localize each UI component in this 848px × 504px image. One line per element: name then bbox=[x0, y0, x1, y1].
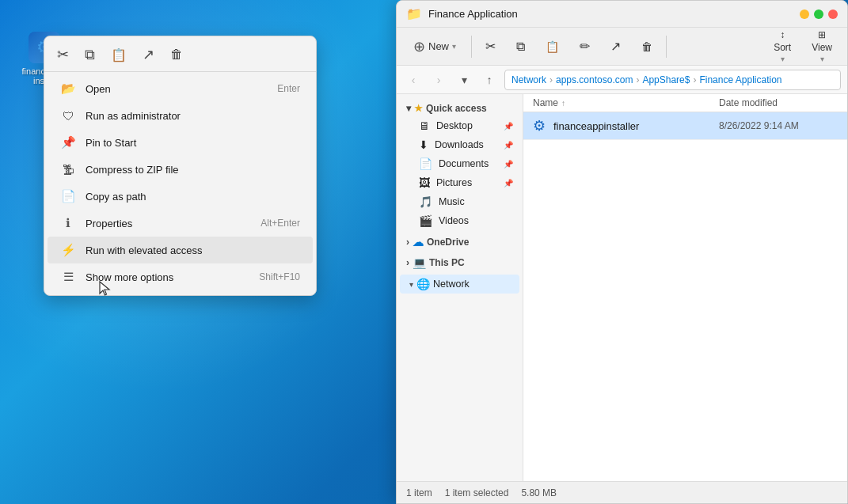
sort-chevron-icon: ▾ bbox=[781, 55, 785, 63]
close-button[interactable] bbox=[828, 9, 838, 19]
context-cut-icon[interactable]: ✂ bbox=[57, 46, 69, 63]
pictures-sidebar-icon: 🖼 bbox=[419, 176, 430, 189]
up-button[interactable]: ↑ bbox=[479, 70, 500, 90]
table-row[interactable]: ⚙ financeappinstaller 8/26/2022 9:14 AM bbox=[523, 112, 847, 140]
new-icon: ⊕ bbox=[413, 38, 425, 55]
breadcrumb-network[interactable]: Network bbox=[511, 74, 546, 85]
music-sidebar-icon: 🎵 bbox=[419, 195, 432, 208]
context-share-icon[interactable]: ↗ bbox=[143, 46, 154, 63]
videos-sidebar-icon: 🎬 bbox=[419, 214, 432, 227]
sidebar-videos-label: Videos bbox=[439, 215, 469, 226]
pin-start-icon: 📌 bbox=[60, 135, 76, 150]
paste-button[interactable]: 📋 bbox=[537, 36, 568, 57]
run-admin-icon: 🛡 bbox=[60, 108, 76, 123]
context-show-more-shortcut: Shift+F10 bbox=[259, 271, 300, 282]
title-text: Finance Application bbox=[428, 8, 800, 20]
context-paste-icon[interactable]: 📋 bbox=[111, 47, 127, 63]
status-selected: 1 item selected bbox=[445, 487, 509, 498]
sidebar-item-music[interactable]: 🎵 Music bbox=[400, 192, 519, 211]
context-run-elevated-label: Run with elevated access bbox=[86, 244, 300, 256]
context-copy-path[interactable]: 📄 Copy as path bbox=[48, 183, 313, 210]
sidebar-item-network[interactable]: ▾ 🌐 Network bbox=[400, 275, 519, 294]
open-icon: 📂 bbox=[60, 81, 76, 97]
sidebar-thispc-header[interactable]: › 💻 This PC bbox=[397, 254, 523, 271]
sort-button[interactable]: ↕ Sort ▾ bbox=[765, 25, 800, 67]
col-name-header: Name ↑ bbox=[533, 97, 719, 108]
context-compress-label: Compress to ZIP file bbox=[86, 164, 300, 176]
window-controls bbox=[800, 9, 838, 19]
share-button[interactable]: ↗ bbox=[602, 35, 629, 58]
onedrive-icon: ☁ bbox=[413, 236, 424, 248]
recent-button[interactable]: ▾ bbox=[454, 70, 474, 90]
breadcrumb-appshare[interactable]: AppShare$ bbox=[642, 74, 690, 85]
downloads-pin-icon: 📌 bbox=[504, 141, 513, 150]
compress-icon: 🗜 bbox=[60, 161, 76, 177]
view-icon: ⊞ bbox=[818, 29, 826, 40]
delete-button[interactable]: 🗑 bbox=[633, 36, 661, 57]
network-icon: 🌐 bbox=[416, 278, 430, 290]
breadcrumb-bar: Network › apps.contoso.com › AppShare$ ›… bbox=[504, 70, 841, 90]
sidebar-thispc-label: This PC bbox=[429, 257, 465, 268]
toolbar: ⊕ New ▾ ✂ ⧉ 📋 ✏ ↗ 🗑 bbox=[397, 28, 847, 66]
forward-button[interactable]: › bbox=[428, 70, 449, 90]
share-tb-icon: ↗ bbox=[610, 39, 621, 54]
sidebar-quick-access-header[interactable]: ▾ ★ Quick access bbox=[397, 100, 523, 116]
sidebar-music-label: Music bbox=[439, 196, 465, 207]
context-delete-icon[interactable]: 🗑 bbox=[170, 47, 183, 62]
view-label: View bbox=[812, 42, 832, 53]
breadcrumb-apps[interactable]: apps.contoso.com bbox=[556, 74, 633, 85]
context-show-more[interactable]: ☰ Show more options Shift+F10 bbox=[48, 263, 313, 290]
sidebar-network-label: Network bbox=[433, 279, 470, 290]
col-name-sort-icon: ↑ bbox=[561, 99, 565, 108]
col-modified-header: Date modified bbox=[719, 97, 838, 108]
rename-button[interactable]: ✏ bbox=[571, 35, 599, 58]
minimize-button[interactable] bbox=[800, 9, 809, 19]
context-copy-path-label: Copy as path bbox=[86, 191, 300, 203]
desktop-pin-icon: 📌 bbox=[504, 122, 513, 131]
context-run-elevated[interactable]: ⚡ Run with elevated access bbox=[48, 237, 313, 263]
context-open-shortcut: Enter bbox=[277, 83, 300, 94]
sidebar-item-desktop[interactable]: 🖥 Desktop 📌 bbox=[400, 116, 519, 135]
sidebar-item-videos[interactable]: 🎬 Videos bbox=[400, 211, 519, 230]
context-copy-icon[interactable]: ⧉ bbox=[85, 47, 95, 63]
title-folder-icon: 📁 bbox=[406, 6, 422, 21]
col-name-label: Name bbox=[533, 97, 558, 108]
sidebar-item-pictures[interactable]: 🖼 Pictures 📌 bbox=[400, 173, 519, 192]
breadcrumb-finance[interactable]: Finance Application bbox=[699, 74, 781, 85]
thispc-chevron-icon: › bbox=[406, 257, 409, 268]
maximize-button[interactable] bbox=[814, 9, 823, 19]
sort-label: Sort bbox=[774, 42, 791, 53]
sidebar-item-documents[interactable]: 📄 Documents 📌 bbox=[400, 154, 519, 173]
context-pin-start[interactable]: 📌 Pin to Start bbox=[48, 129, 313, 156]
explorer-content: ▾ ★ Quick access 🖥 Desktop 📌 ⬇ Downloads… bbox=[397, 94, 847, 481]
sidebar-quick-access-section: ▾ ★ Quick access 🖥 Desktop 📌 ⬇ Downloads… bbox=[397, 100, 523, 230]
quick-access-chevron-icon: ▾ bbox=[406, 103, 411, 114]
sidebar-onedrive-header[interactable]: › ☁ OneDrive bbox=[397, 233, 523, 251]
col-modified-label: Date modified bbox=[719, 97, 778, 108]
sidebar: ▾ ★ Quick access 🖥 Desktop 📌 ⬇ Downloads… bbox=[397, 94, 523, 481]
file-list-header: Name ↑ Date modified bbox=[523, 94, 847, 112]
back-button[interactable]: ‹ bbox=[403, 70, 424, 90]
sidebar-desktop-label: Desktop bbox=[436, 120, 473, 131]
thispc-icon: 💻 bbox=[413, 256, 426, 269]
copy-path-icon: 📄 bbox=[60, 188, 76, 204]
new-chevron-icon: ▾ bbox=[452, 42, 456, 51]
file-row-modified: 8/26/2022 9:14 AM bbox=[719, 120, 838, 131]
cut-button[interactable]: ✂ bbox=[477, 35, 504, 58]
context-open[interactable]: 📂 Open Enter bbox=[48, 75, 313, 102]
context-compress-zip[interactable]: 🗜 Compress to ZIP file bbox=[48, 156, 313, 183]
copy-button[interactable]: ⧉ bbox=[508, 36, 534, 58]
sidebar-onedrive-section: › ☁ OneDrive bbox=[397, 233, 523, 251]
context-pin-start-label: Pin to Start bbox=[86, 137, 300, 149]
context-properties[interactable]: ℹ Properties Alt+Enter bbox=[48, 210, 313, 237]
new-button[interactable]: ⊕ New ▾ bbox=[403, 33, 466, 60]
context-properties-shortcut: Alt+Enter bbox=[260, 218, 300, 229]
cut-tb-icon: ✂ bbox=[485, 39, 496, 54]
breadcrumb-sep-1: › bbox=[549, 74, 553, 85]
file-row-icon: ⚙ bbox=[533, 117, 546, 135]
sidebar-item-downloads[interactable]: ⬇ Downloads 📌 bbox=[400, 135, 519, 154]
delete-tb-icon: 🗑 bbox=[641, 40, 652, 53]
context-run-admin[interactable]: 🛡 Run as administrator bbox=[48, 102, 313, 129]
context-open-label: Open bbox=[86, 83, 268, 95]
view-button[interactable]: ⊞ View ▾ bbox=[803, 25, 841, 67]
